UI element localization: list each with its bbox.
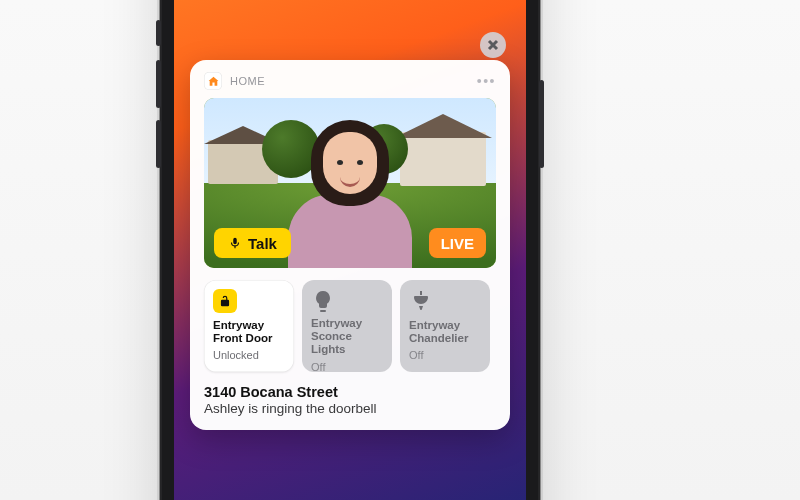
live-label: LIVE: [441, 235, 474, 252]
accessory-tiles: EntrywayFront Door Unlocked EntrywayScon…: [204, 280, 496, 372]
home-app-icon: [204, 72, 222, 90]
chandelier-icon: [409, 289, 481, 315]
card-header: HOME •••: [204, 72, 496, 90]
tile-sconce-lights[interactable]: EntrywaySconce Lights Off: [302, 280, 392, 372]
camera-feed[interactable]: Talk LIVE: [204, 98, 496, 268]
phone-screen: HOME •••: [174, 0, 526, 500]
live-badge: LIVE: [429, 228, 486, 258]
lightbulb-icon: [311, 289, 383, 313]
close-button[interactable]: [480, 32, 506, 58]
tile-title-line: Front Door: [213, 332, 285, 345]
talk-label: Talk: [248, 235, 277, 252]
tile-title-line: Entryway: [213, 319, 264, 331]
microphone-icon: [228, 236, 242, 250]
close-icon: [487, 39, 499, 51]
tile-state: Off: [311, 361, 383, 373]
tile-title-line: Entryway: [409, 319, 460, 331]
tile-chandelier[interactable]: EntrywayChandelier Off: [400, 280, 490, 372]
tile-title-line: Chandelier: [409, 332, 481, 345]
lock-open-icon: [213, 289, 237, 313]
talk-button[interactable]: Talk: [214, 228, 291, 258]
tile-title-line: Sconce Lights: [311, 330, 383, 356]
home-notification-card: HOME •••: [190, 60, 510, 430]
volume-down-button: [156, 120, 161, 168]
phone-frame: HOME •••: [160, 0, 540, 500]
tile-state: Off: [409, 349, 481, 361]
stage: HOME •••: [0, 0, 800, 500]
doorbell-message: Ashley is ringing the doorbell: [204, 401, 496, 416]
address-label: 3140 Bocana Street: [204, 384, 496, 400]
power-button: [539, 80, 544, 168]
volume-up-button: [156, 60, 161, 108]
app-name-label: HOME: [230, 75, 265, 87]
tile-state: Unlocked: [213, 349, 285, 361]
tile-title-line: Entryway: [311, 317, 362, 329]
tile-front-door[interactable]: EntrywayFront Door Unlocked: [204, 280, 294, 372]
card-footer: 3140 Bocana Street Ashley is ringing the…: [204, 384, 496, 416]
feed-person: [286, 120, 414, 268]
mute-switch: [156, 20, 161, 46]
more-button[interactable]: •••: [477, 73, 496, 89]
